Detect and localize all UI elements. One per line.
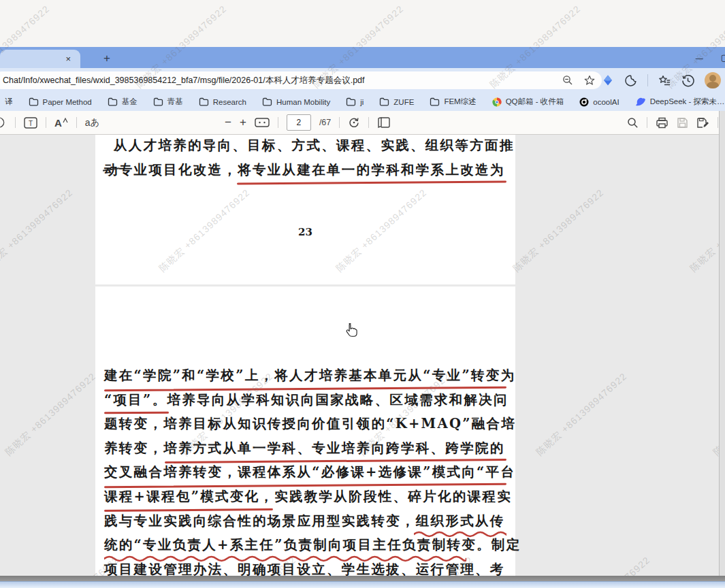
history-icon[interactable] xyxy=(681,74,694,87)
hand-cursor-icon xyxy=(346,323,357,338)
bookmark-label: QQ邮箱 - 收件箱 xyxy=(506,97,564,107)
bookmark-item[interactable]: ji xyxy=(341,95,368,108)
bookmark-label: ocoolAI xyxy=(593,98,619,106)
bookmark-label: DeepSeek - 探索未… xyxy=(650,97,725,107)
zoom-in-button[interactable]: + xyxy=(240,116,246,129)
bookmark-label: 基金 xyxy=(122,97,138,107)
page-count-label: /67 xyxy=(319,118,331,127)
folder-icon xyxy=(262,97,272,106)
document-text-line: 统的“专业负责人+系主任”负责制向项目主任负责制转变。制定 xyxy=(104,536,506,560)
deepseek-icon xyxy=(635,97,646,106)
copilot-diamond-icon[interactable] xyxy=(602,74,614,86)
save-as-icon[interactable] xyxy=(696,117,709,129)
profile-avatar[interactable] xyxy=(705,72,721,88)
bookmark-label: Paper Method xyxy=(43,98,92,106)
bookmarks-bar: 译Paper Method基金青基ResearchHuman Mobilityj… xyxy=(0,93,725,111)
address-bar[interactable]: Chat/Info/xwechat_files/wxid_39853698542… xyxy=(0,71,602,89)
screen: × + — ▢ Chat/Info/xwechat_files/wxid_398… xyxy=(0,0,725,588)
qq-mail-icon xyxy=(492,97,502,107)
document-text-line: 建在“学院”和“学校”上，将人才培养基本单元从“专业”转变为 xyxy=(104,366,506,391)
folder-icon xyxy=(379,97,389,106)
bookmark-item[interactable]: ZUFE xyxy=(374,95,419,108)
pdf-toolbar: T A aあ − + 2 /67 xyxy=(0,111,725,135)
bookmark-item[interactable]: DeepSeek - 探索未… xyxy=(630,95,725,109)
folder-icon xyxy=(346,97,356,106)
bookmark-label: ji xyxy=(360,98,364,106)
browser-tab-bar: × + — ▢ xyxy=(0,47,725,68)
window-minimize-button[interactable]: — xyxy=(696,54,703,62)
rotate-icon[interactable] xyxy=(348,116,360,129)
partial-tool-icon[interactable] xyxy=(0,116,7,129)
bookmark-item[interactable]: 青基 xyxy=(148,95,188,109)
svg-text:T: T xyxy=(29,119,33,127)
bookmark-label: FEM综述 xyxy=(444,97,476,107)
zoom-out-button[interactable]: − xyxy=(225,116,231,129)
bookmark-item[interactable]: Human Mobility xyxy=(257,95,335,108)
bookmark-item[interactable]: QQ邮箱 - 收件箱 xyxy=(487,95,569,109)
save-icon xyxy=(677,117,688,129)
zoom-page-icon[interactable] xyxy=(562,75,573,86)
read-aloud-icon[interactable]: A xyxy=(54,117,68,129)
bookmark-item[interactable]: 基金 xyxy=(103,95,142,109)
window-maximize-button[interactable]: ▢ xyxy=(721,52,725,63)
fit-to-width-icon[interactable] xyxy=(255,117,270,128)
red-underline xyxy=(104,412,169,414)
active-tab[interactable]: × xyxy=(0,50,80,68)
ocoolai-icon xyxy=(579,97,589,107)
bookmark-item[interactable]: 译 xyxy=(0,95,18,109)
search-icon[interactable] xyxy=(627,117,639,129)
document-text-line: 养转变，培养方式从单一学科、专业培养向跨学科、跨学院的 xyxy=(104,439,506,463)
pdf-document-area[interactable]: 从人才培养的导向、目标、方式、课程、实践、组织等方面推动专业项目化改造，将专业从… xyxy=(0,135,720,576)
bookmark-item[interactable]: ocoolAI xyxy=(575,95,624,109)
window-bottom-bar xyxy=(0,576,725,581)
bookmark-label: 青基 xyxy=(167,97,183,107)
document-text-line: 践与专业实践向综合性的场景应用型实践转变，组织形式从传 xyxy=(104,512,506,536)
folder-icon xyxy=(199,97,209,106)
folder-icon xyxy=(29,97,39,106)
window-right-edge xyxy=(719,111,725,576)
pdf-page-1: 从人才培养的导向、目标、方式、课程、实践、组织等方面推动专业项目化改造，将专业从… xyxy=(95,135,515,284)
print-icon[interactable] xyxy=(656,117,668,129)
folder-icon xyxy=(108,97,118,106)
extensions-icon[interactable] xyxy=(624,74,637,87)
bookmark-label: Research xyxy=(213,98,246,106)
collections-icon[interactable] xyxy=(658,74,671,87)
url-text[interactable]: Chat/Info/xwechat_files/wxid_39853698542… xyxy=(3,75,562,86)
document-page-number: 23 xyxy=(95,226,515,238)
desktop-background xyxy=(0,0,725,47)
document-text-line: 从人才培养的导向、目标、方式、课程、实践、组织等方面推 xyxy=(104,136,506,161)
bookmark-item[interactable]: Research xyxy=(194,95,251,108)
folder-icon xyxy=(430,97,440,106)
bookmark-label: ZUFE xyxy=(393,98,414,106)
bookmark-item[interactable]: FEM综述 xyxy=(425,95,481,109)
bookmark-label: 译 xyxy=(5,97,13,107)
toolbar-divider xyxy=(647,74,648,86)
page-view-icon[interactable] xyxy=(377,117,391,128)
document-text-line: 交叉融合培养转变，课程体系从“必修课+选修课”模式向“平台 xyxy=(104,463,506,487)
document-text-line: “项目”。培养导向从学科知识向国家战略、区域需求和解决问 xyxy=(104,391,506,415)
text-selection-icon[interactable]: T xyxy=(24,117,37,129)
pdf-page-2: 建在“学院”和“学校”上，将人才培养基本单元从“专业”转变为“项目”。培养导向从… xyxy=(95,287,515,576)
page-number-input[interactable]: 2 xyxy=(287,114,311,131)
document-text-line: 题转变，培养目标从知识传授向价值引领的“K+MAQ”融合培 xyxy=(104,414,506,439)
bookmark-item[interactable]: Paper Method xyxy=(24,95,97,108)
red-underline xyxy=(237,181,506,185)
taskbar-sliver xyxy=(0,581,725,588)
bookmark-label: Human Mobility xyxy=(276,98,330,106)
translate-icon[interactable]: aあ xyxy=(85,116,99,129)
document-text-line: 动专业项目化改造，将专业从建在单一的学科和学系上改造为 xyxy=(104,161,506,185)
new-tab-button[interactable]: + xyxy=(103,52,110,64)
favorite-star-icon[interactable] xyxy=(584,75,595,86)
document-text-line: 课程+课程包”模式变化，实践教学从阶段性、碎片化的课程实 xyxy=(104,487,506,512)
tab-close-icon[interactable]: × xyxy=(65,54,71,63)
folder-icon xyxy=(153,97,163,106)
